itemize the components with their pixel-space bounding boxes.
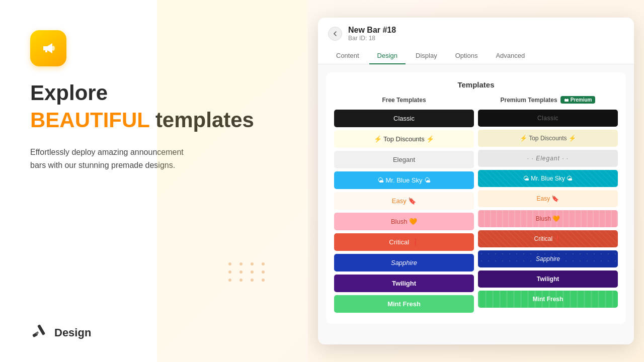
premium-badge: Premium bbox=[560, 96, 596, 104]
template-elegant-free[interactable]: Elegant bbox=[334, 151, 474, 168]
window-subtitle: Bar ID: 18 bbox=[348, 35, 396, 42]
headline-line1: Explore bbox=[30, 81, 278, 105]
template-critical-premium[interactable]: Critical ❗ bbox=[478, 230, 618, 247]
app-window: New Bar #18 Bar ID: 18 Content Design Di… bbox=[318, 18, 634, 344]
template-blush-premium[interactable]: Blush 🧡 bbox=[478, 210, 618, 227]
template-critical-free[interactable]: Critical ❗ bbox=[334, 233, 474, 251]
template-easy-free[interactable]: Easy 🔖 bbox=[334, 192, 474, 210]
column-headers: Free Templates Premium Templates Premium bbox=[334, 96, 618, 107]
template-elegant-premium[interactable]: · · Elegant · · bbox=[478, 150, 618, 167]
tab-display[interactable]: Display bbox=[408, 48, 445, 64]
template-mintfresh-premium[interactable]: Mint Fresh bbox=[478, 291, 618, 308]
premium-col-header: Premium Templates Premium bbox=[478, 96, 618, 104]
template-mrbluesky-free[interactable]: 🌤 Mr. Blue Sky 🌤 bbox=[334, 171, 474, 189]
headline-rest: templates bbox=[149, 108, 254, 132]
left-panel: Explore BEAUTIFUL templates Effortlessly… bbox=[0, 0, 308, 362]
right-panel: New Bar #18 Bar ID: 18 Content Design Di… bbox=[308, 0, 644, 362]
template-topdiscounts-free[interactable]: ⚡ Top Discounts ⚡ bbox=[334, 130, 474, 148]
template-twilight-free[interactable]: Twilight bbox=[334, 275, 474, 292]
back-button[interactable] bbox=[328, 27, 342, 41]
bottom-label-text: Design bbox=[54, 326, 91, 339]
svg-rect-2 bbox=[37, 324, 45, 335]
template-blush-free[interactable]: Blush 🧡 bbox=[334, 213, 474, 230]
app-icon bbox=[30, 30, 66, 66]
window-title-info: New Bar #18 Bar ID: 18 bbox=[348, 26, 396, 42]
window-header: New Bar #18 Bar ID: 18 Content Design Di… bbox=[318, 18, 634, 64]
tab-content[interactable]: Content bbox=[328, 48, 367, 64]
template-classic-premium[interactable]: Classic bbox=[478, 110, 618, 127]
template-easy-premium[interactable]: Easy 🔖 bbox=[478, 190, 618, 207]
headline-line2: BEAUTIFUL templates bbox=[30, 109, 278, 132]
paintbrush-icon bbox=[30, 324, 48, 342]
bottom-label: Design bbox=[30, 324, 278, 342]
templates-grid: Classic ⚡ Top Discounts ⚡ Elegant 🌤 Mr. … bbox=[334, 110, 618, 316]
tab-design[interactable]: Design bbox=[369, 48, 406, 64]
template-classic-free[interactable]: Classic bbox=[334, 110, 474, 127]
svg-point-0 bbox=[52, 46, 55, 51]
tab-options[interactable]: Options bbox=[447, 48, 486, 64]
description-text: Effortlessly deploy amazing announcement… bbox=[30, 146, 242, 171]
window-tabs: Content Design Display Options Advanced bbox=[328, 48, 624, 64]
headline-highlight: BEAUTIFUL bbox=[30, 108, 149, 132]
template-twilight-premium[interactable]: Twilight bbox=[478, 270, 618, 288]
window-title: New Bar #18 bbox=[348, 26, 396, 35]
template-sapphire-premium[interactable]: Sapphire bbox=[478, 250, 618, 267]
templates-title: Templates bbox=[334, 80, 618, 89]
premium-templates-column: Classic ⚡ Top Discounts ⚡ · · Elegant · … bbox=[478, 110, 618, 316]
free-templates-column: Classic ⚡ Top Discounts ⚡ Elegant 🌤 Mr. … bbox=[334, 110, 474, 316]
window-content[interactable]: Templates Free Templates Premium Templat… bbox=[318, 64, 634, 344]
template-mrbluesky-premium[interactable]: 🌤 Mr. Blue Sky 🌤 bbox=[478, 170, 618, 187]
headline: Explore BEAUTIFUL templates bbox=[30, 81, 278, 136]
template-sapphire-free[interactable]: Sapphire bbox=[334, 254, 474, 272]
tab-advanced[interactable]: Advanced bbox=[488, 48, 533, 64]
template-mintfresh-free[interactable]: Mint Fresh bbox=[334, 295, 474, 313]
free-col-header: Free Templates bbox=[334, 96, 474, 104]
template-topdiscounts-premium[interactable]: ⚡ Top Discounts ⚡ bbox=[478, 130, 618, 147]
dots-decoration bbox=[228, 262, 268, 282]
templates-section: Templates Free Templates Premium Templat… bbox=[326, 72, 626, 324]
